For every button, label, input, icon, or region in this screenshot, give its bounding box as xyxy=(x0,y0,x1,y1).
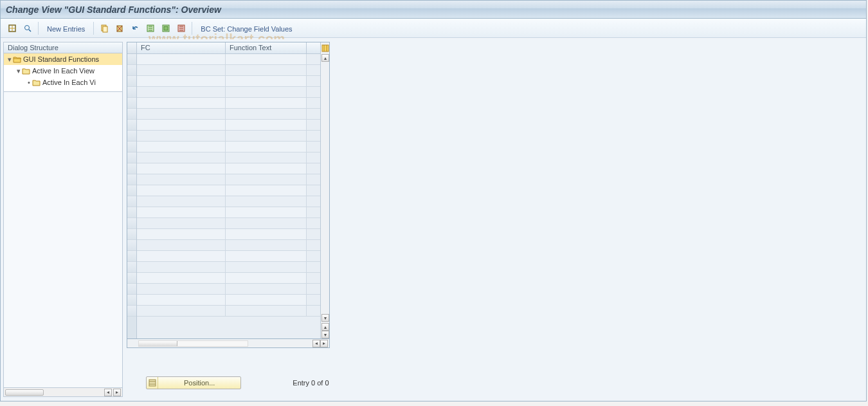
row-selector[interactable] xyxy=(127,218,136,229)
grid-vertical-scrollbar[interactable]: ▴ ▾ ▴ ▾ xyxy=(320,42,329,338)
scroll-left-icon[interactable]: ◂ xyxy=(104,389,112,396)
table-row[interactable] xyxy=(137,262,320,273)
cell-function-text[interactable] xyxy=(226,98,307,108)
table-row[interactable] xyxy=(137,196,320,207)
table-row[interactable] xyxy=(137,87,320,98)
table-row[interactable] xyxy=(137,65,320,76)
cell-fc[interactable] xyxy=(137,120,226,130)
row-selector[interactable] xyxy=(127,185,136,196)
cell-fc[interactable] xyxy=(137,251,226,261)
row-selector[interactable] xyxy=(127,174,136,185)
cell-function-text[interactable] xyxy=(226,65,307,75)
cell-function-text[interactable] xyxy=(226,196,307,207)
row-selector[interactable] xyxy=(127,207,136,218)
cell-fc[interactable] xyxy=(137,142,226,152)
scroll-page-down-icon[interactable]: ▾ xyxy=(321,331,329,338)
cell-fc[interactable] xyxy=(137,174,226,185)
cell-fc[interactable] xyxy=(137,131,226,141)
dialog-structure-tree[interactable]: ▾ GUI Standard Functions ▾ Active In Eac… xyxy=(3,53,123,92)
cell-fc[interactable] xyxy=(137,163,226,174)
table-row[interactable] xyxy=(137,54,320,65)
find-icon[interactable] xyxy=(21,22,34,35)
table-row[interactable] xyxy=(137,295,320,306)
row-selector[interactable] xyxy=(127,240,136,251)
row-selector-header[interactable] xyxy=(127,42,136,54)
cell-fc[interactable] xyxy=(137,76,226,86)
table-row[interactable] xyxy=(137,240,320,251)
deselect-all-icon[interactable] xyxy=(175,22,188,35)
cell-fc[interactable] xyxy=(137,273,226,283)
cell-function-text[interactable] xyxy=(226,207,307,217)
cell-fc[interactable] xyxy=(137,54,226,64)
row-selector[interactable] xyxy=(127,109,136,120)
row-selector[interactable] xyxy=(127,295,136,306)
cell-fc[interactable] xyxy=(137,152,226,163)
cell-function-text[interactable] xyxy=(226,262,307,272)
column-header-fc[interactable]: FC xyxy=(137,42,226,53)
table-row[interactable] xyxy=(137,152,320,163)
cell-fc[interactable] xyxy=(137,295,226,305)
cell-function-text[interactable] xyxy=(226,284,307,294)
cell-fc[interactable] xyxy=(137,262,226,272)
table-row[interactable] xyxy=(137,185,320,196)
scrollbar-thumb[interactable] xyxy=(139,341,177,346)
position-button[interactable]: Position... xyxy=(146,376,241,389)
table-row[interactable] xyxy=(137,76,320,87)
row-selector[interactable] xyxy=(127,251,136,262)
table-row[interactable] xyxy=(137,142,320,152)
scroll-right-icon[interactable]: ▸ xyxy=(113,389,121,396)
table-row[interactable] xyxy=(137,218,320,229)
cell-function-text[interactable] xyxy=(226,306,307,316)
table-row[interactable] xyxy=(137,109,320,120)
row-selector[interactable] xyxy=(127,142,136,152)
row-selector[interactable] xyxy=(127,131,136,142)
cell-fc[interactable] xyxy=(137,229,226,239)
cell-function-text[interactable] xyxy=(226,76,307,86)
new-entries-button[interactable]: New Entries xyxy=(42,22,89,35)
undo-change-icon[interactable] xyxy=(129,22,141,35)
cell-fc[interactable] xyxy=(137,65,226,75)
tree-node-gui-standard-functions[interactable]: ▾ GUI Standard Functions xyxy=(4,53,122,65)
table-row[interactable] xyxy=(137,163,320,174)
scroll-left-icon[interactable]: ◂ xyxy=(312,340,320,347)
cell-function-text[interactable] xyxy=(226,120,307,130)
cell-fc[interactable] xyxy=(137,207,226,217)
cell-fc[interactable] xyxy=(137,240,226,250)
column-header-function-text[interactable]: Function Text xyxy=(226,42,307,53)
row-selector[interactable] xyxy=(127,284,136,295)
row-selector[interactable] xyxy=(127,65,136,76)
row-selector[interactable] xyxy=(127,163,136,174)
table-row[interactable] xyxy=(137,251,320,262)
row-selector[interactable] xyxy=(127,273,136,284)
table-row[interactable] xyxy=(137,284,320,295)
bc-set-button[interactable]: BC Set: Change Field Values xyxy=(196,22,296,35)
scrollbar-track[interactable] xyxy=(321,62,329,314)
cell-function-text[interactable] xyxy=(226,131,307,141)
scrollbar-track[interactable] xyxy=(138,340,248,347)
table-row[interactable] xyxy=(137,273,320,284)
left-horizontal-scrollbar[interactable]: ◂ ▸ xyxy=(3,388,123,397)
scrollbar-thumb[interactable] xyxy=(5,389,44,396)
configure-columns-icon[interactable] xyxy=(321,42,329,54)
scroll-page-up-icon[interactable]: ▴ xyxy=(321,323,329,331)
row-selector[interactable] xyxy=(127,87,136,98)
select-all-icon[interactable] xyxy=(144,22,157,35)
cell-function-text[interactable] xyxy=(226,87,307,97)
cell-fc[interactable] xyxy=(137,306,226,316)
grid-horizontal-scrollbar[interactable]: ◂ ▸ xyxy=(127,339,330,348)
row-selector[interactable] xyxy=(127,306,136,317)
cell-function-text[interactable] xyxy=(226,295,307,305)
copy-as-icon[interactable] xyxy=(98,22,111,35)
cell-fc[interactable] xyxy=(137,98,226,108)
other-view-icon[interactable] xyxy=(6,22,19,35)
cell-function-text[interactable] xyxy=(226,109,307,119)
cell-fc[interactable] xyxy=(137,218,226,228)
scroll-up-icon[interactable]: ▴ xyxy=(321,54,329,62)
tree-node-active-in-each-view-2[interactable]: • Active In Each Vi xyxy=(4,77,122,88)
cell-fc[interactable] xyxy=(137,87,226,97)
cell-function-text[interactable] xyxy=(226,54,307,64)
cell-fc[interactable] xyxy=(137,109,226,119)
cell-function-text[interactable] xyxy=(226,240,307,250)
table-row[interactable] xyxy=(137,207,320,218)
cell-function-text[interactable] xyxy=(226,152,307,163)
